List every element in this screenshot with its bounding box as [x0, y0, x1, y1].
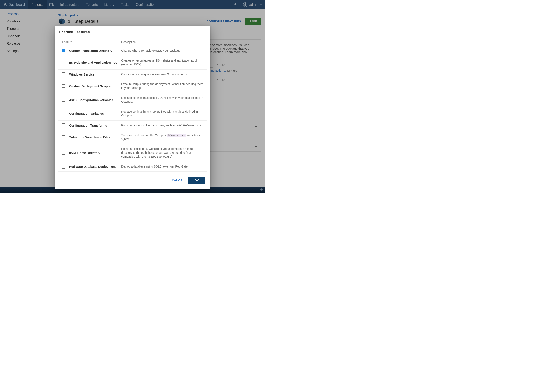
feature-checkbox[interactable] — [62, 61, 65, 64]
cancel-button[interactable]: CANCEL — [172, 179, 184, 182]
feature-row[interactable]: Custom Deployment ScriptsExecute scripts… — [58, 79, 207, 93]
feature-name: Configuration Variables — [69, 112, 104, 115]
feature-name: Configuration Transforms — [69, 124, 107, 127]
feature-row[interactable]: Configuration TransformsRuns configurati… — [58, 121, 207, 130]
feature-description: Change where Tentacle extracts your pack… — [121, 49, 203, 53]
feature-description: Creates or reconfigures a Windows Servic… — [121, 72, 203, 76]
feature-row[interactable]: Windows ServiceCreates or reconfigures a… — [58, 70, 207, 79]
enabled-features-modal: Enabled Features Feature Description Cus… — [55, 25, 210, 189]
modal-title: Enabled Features — [58, 30, 207, 34]
feature-row[interactable]: Custom Installation DirectoryChange wher… — [58, 46, 207, 56]
feature-checkbox[interactable] — [62, 135, 65, 139]
feature-name: Custom Deployment Scripts — [69, 84, 111, 88]
feature-description: Runs configuration file transforms, such… — [121, 124, 203, 127]
feature-description: Replace settings in selected JSON files … — [121, 96, 203, 104]
feature-description: Replace settings in any .config files wi… — [121, 110, 203, 118]
feature-row[interactable]: JSON Configuration VariablesReplace sett… — [58, 93, 207, 107]
feature-checkbox[interactable] — [62, 72, 65, 76]
feature-name: JSON Configuration Variables — [69, 98, 113, 102]
features-table: Feature Description Custom Installation … — [58, 38, 207, 172]
feature-checkbox[interactable] — [62, 165, 65, 168]
feature-name: Custom Installation Directory — [69, 49, 112, 53]
feature-description: Execute scripts during the deployment, w… — [121, 82, 203, 90]
feature-description: Creates or reconfigures an IIS website a… — [121, 59, 203, 67]
feature-checkbox[interactable] — [62, 84, 65, 88]
feature-row[interactable]: IIS Web Site and Application PoolCreates… — [58, 56, 207, 70]
feature-name: Red Gate Database Deployment — [69, 165, 116, 168]
feature-checkbox[interactable] — [62, 151, 65, 155]
col-feature-header: Feature — [62, 40, 72, 44]
feature-row[interactable]: Red Gate Database DeploymentDeploy a dat… — [58, 162, 207, 172]
col-description-header: Description — [121, 40, 136, 44]
feature-description: Deploy a database using SQLCI.exe from R… — [121, 165, 203, 168]
feature-row[interactable]: IIS6+ Home DirectoryPoints an existing I… — [58, 144, 207, 162]
feature-name: IIS Web Site and Application Pool — [69, 61, 118, 64]
feature-description: Transforms files using the Octopus #{Var… — [121, 133, 203, 141]
feature-row[interactable]: Configuration VariablesReplace settings … — [58, 107, 207, 121]
feature-checkbox[interactable] — [62, 49, 65, 53]
feature-name: Substitute Variables in Files — [69, 135, 110, 139]
feature-name: Windows Service — [69, 73, 95, 76]
feature-description: Points an existing IIS website or virtua… — [121, 147, 203, 159]
feature-name: IIS6+ Home Directory — [69, 151, 100, 154]
feature-checkbox[interactable] — [62, 124, 65, 127]
feature-checkbox[interactable] — [62, 98, 65, 102]
ok-button[interactable]: OK — [188, 177, 205, 184]
feature-checkbox[interactable] — [62, 112, 65, 115]
feature-row[interactable]: Substitute Variables in FilesTransforms … — [58, 130, 207, 144]
